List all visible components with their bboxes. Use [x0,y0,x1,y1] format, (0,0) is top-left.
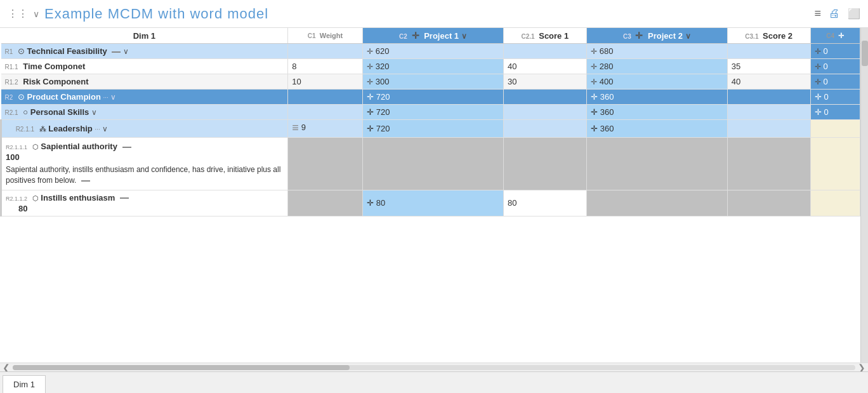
r1-icon: ⊙ [18,46,25,56]
row-r2-weight [288,90,363,105]
r1-expand[interactable]: ∨ [123,47,129,56]
r2-expand[interactable]: ∨ [110,93,116,102]
horizontal-scroll-area[interactable]: ❮ ❯ [0,363,868,371]
row-r2-p1: ✛ 720 [362,90,503,105]
r2112-icon: ⬡ [32,194,39,202]
row-r2112-label: R2.1.1.2 ⬡ Instills enthusiasm 80 [1,190,288,216]
r2111-desc-minus[interactable] [81,180,90,182]
col-header-score2: C3.1 Score 2 [727,28,810,44]
row-r211: R2.1.1 ⁂ Leadership ··· ∨ ≡ 9 ✛ [1,120,860,138]
col-header-project1: C2 ✛ Project 1 ∨ [362,28,503,44]
row-r2112-score1: 80 [504,190,587,216]
r21-expand[interactable]: ∨ [91,108,97,117]
row-r11-score1: 40 [504,59,587,74]
r211-expand[interactable]: ∨ [102,124,108,133]
row-r2112: R2.1.1.2 ⬡ Instills enthusiasm 80 ✛ 80 [1,190,860,216]
row-r21-c4: ✛ 0 [810,105,860,120]
main-table: Dim 1 C1 Weight C2 ✛ Project 1 ∨ [0,28,860,216]
r2111-icon: ⬡ [32,143,39,150]
row-r11: R1.1 Time Componet 8 ✛ 320 40 [1,59,860,74]
row-r211-weight: ≡ 9 [288,120,363,138]
move-project1-icon: ✛ [412,30,419,41]
row-r2-score2 [727,90,810,105]
r1-minus[interactable] [112,51,121,53]
row-r1: R1 ⊙ Technical Feasibility ∨ ✛ 620 [1,44,860,59]
scrollbar-thumb-v[interactable] [862,41,868,66]
row-r2112-c4 [810,190,860,216]
row-r12-score1: 30 [504,74,587,90]
sort-project2-icon[interactable]: ∨ [685,32,691,41]
row-r211-p2: ✛ 360 [586,120,727,138]
row-r2111-score2 [727,138,810,190]
row-r1-p2: ✛ 680 [586,44,727,59]
row-r2111-weight [288,138,363,190]
row-r2-p2: ✛ 360 [586,90,727,105]
r211-menu-icon[interactable]: ≡ [292,121,299,135]
row-r211-p1: ✛ 720 [362,120,503,138]
r21-p2-move: ✛ [591,107,598,117]
row-r11-p2: ✛ 280 [586,59,727,74]
collapse-icon[interactable]: ∨ [33,9,39,19]
r211-p1-move: ✛ [367,124,374,133]
row-r211-c4 [810,120,860,138]
r2111-minus[interactable] [122,147,131,148]
scroll-track[interactable] [13,365,855,370]
r11-p2-move: ✛ [591,62,597,71]
move-project2-icon: ✛ [635,30,643,41]
r21-icon: ○ [23,107,28,117]
r211-icon: ⁂ [39,125,46,133]
r12-c4-move: ✛ [815,77,821,86]
row-r2111-label: R2.1.1.1 ⬡ Sapiential authority 100 Sapi… [1,138,288,190]
r11-c4-move: ✛ [815,62,821,71]
drag-handle-icon[interactable]: ⋮⋮ [8,8,28,20]
row-r11-c4: ✛ 0 [810,59,860,74]
row-r2: R2 ⊙ Product Champion ··· ∨ ✛ 720 [1,90,860,105]
r2-p1-move: ✛ [367,92,374,102]
row-r12-weight: 10 [288,74,363,90]
row-r12-p1: ✛ 300 [362,74,503,90]
r2112-minus[interactable] [120,197,129,199]
tab-dim1[interactable]: Dim 1 [3,375,46,393]
r21-p1-move: ✛ [367,107,374,117]
row-r2-score1 [504,90,587,105]
vertical-scrollbar[interactable] [860,28,868,363]
r21-c4-move: ✛ [815,107,822,117]
r2-c4-move: ✛ [815,92,822,102]
row-r2111-score1 [504,138,587,190]
r2111-weight-display: 100 [6,152,284,162]
row-r12-c4: ✛ 0 [810,74,860,90]
row-r21-p1: ✛ 720 [362,105,503,120]
r12-p2-move: ✛ [591,77,597,86]
row-r2-c4: ✛ 0 [810,90,860,105]
table-scroll[interactable]: Dim 1 C1 Weight C2 ✛ Project 1 ∨ [0,28,860,363]
r21-title: Personal Skills [30,107,89,117]
row-r11-p1: ✛ 320 [362,59,503,74]
sort-project1-icon[interactable]: ∨ [461,32,467,41]
r1-c4-move: ✛ [815,47,821,56]
row-r1-weight [288,44,363,59]
row-r11-weight: 8 [288,59,363,74]
col-header-score1: C2.1 Score 1 [504,28,587,44]
r1-title: Technical Feasibility [27,46,107,56]
row-r12-p2: ✛ 400 [586,74,727,90]
header-icons: ≡ 🖨 ⬜ [814,7,860,20]
menu-icon[interactable]: ≡ [814,7,821,20]
row-r2112-weight [288,190,363,216]
header: ⋮⋮ ∨ Example MCDM with word model ≡ 🖨 ⬜ [0,0,868,28]
row-r2111: R2.1.1.1 ⬡ Sapiential authority 100 Sapi… [1,138,860,190]
print-icon[interactable]: 🖨 [829,7,840,20]
row-r2111-p2 [586,138,727,190]
row-r12-label: R1.2 Risk Component [1,74,288,90]
row-r2112-score2 [727,190,810,216]
r11-p1-move: ✛ [367,62,373,71]
window-icon[interactable]: ⬜ [848,8,860,20]
row-r1-p1: ✛ 620 [362,44,503,59]
r12-title: Risk Component [23,77,88,86]
scroll-thumb[interactable] [13,365,350,370]
row-r21-label: R2.1 ○ Personal Skills ∨ [1,105,288,120]
row-r211-label: R2.1.1 ⁂ Leadership ··· ∨ [1,120,288,138]
row-r21-score1 [504,105,587,120]
page-title: Example MCDM with word model [44,6,268,22]
r211-p2-move: ✛ [591,124,598,133]
r2-p2-move: ✛ [591,92,598,102]
